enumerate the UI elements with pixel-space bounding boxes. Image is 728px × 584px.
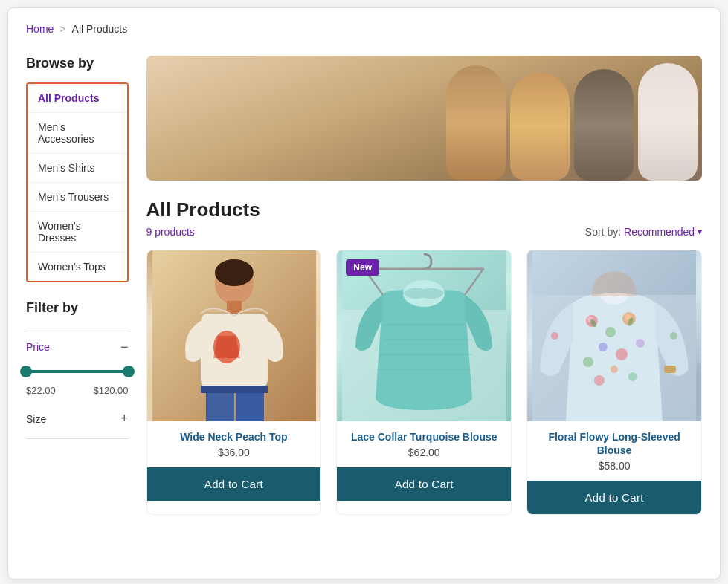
product-image-2: New <box>337 250 511 421</box>
category-item-all-products[interactable]: All Products <box>28 84 127 113</box>
hero-person-1 <box>446 65 506 181</box>
product-info-3: Floral Flowy Long-Sleeved Blouse $58.00 … <box>527 421 701 514</box>
filter-price-label: Price <box>26 341 50 353</box>
add-to-cart-button-1[interactable]: Add to Cart <box>147 467 321 501</box>
category-item-womens-dresses[interactable]: Women's Dresses <box>28 212 127 253</box>
product-image-1 <box>147 250 321 421</box>
hero-banner <box>146 56 703 181</box>
price-range-thumb-min[interactable] <box>20 366 32 377</box>
breadcrumb-separator: > <box>59 23 65 35</box>
product-image-placeholder-1 <box>147 250 321 421</box>
price-max-value: $120.00 <box>94 385 129 396</box>
category-item-womens-tops[interactable]: Women's Tops <box>28 253 127 281</box>
hero-person-4 <box>638 63 698 181</box>
breadcrumb-home-link[interactable]: Home <box>26 23 54 35</box>
product-info-2: Lace Collar Turquoise Blouse $62.00 Add … <box>337 421 511 501</box>
product-name-3: Floral Flowy Long-Sleeved Blouse <box>536 430 692 457</box>
category-item-mens-trousers[interactable]: Men's Trousers <box>28 183 127 212</box>
size-divider <box>26 438 129 439</box>
hero-figures <box>446 62 702 181</box>
price-range-track <box>26 370 129 373</box>
sort-label: Sort by: <box>585 226 621 238</box>
filter-size-label: Size <box>26 413 46 425</box>
svg-point-38 <box>551 332 558 340</box>
sidebar: Browse by All Products Men's Accessories… <box>26 56 129 557</box>
browse-by-title: Browse by <box>26 56 129 71</box>
products-count: 9 products <box>146 226 195 238</box>
breadcrumb: Home > All Products <box>26 23 702 56</box>
product-name-2: Lace Collar Turquoise Blouse <box>346 430 502 444</box>
product-image-3 <box>527 250 701 421</box>
product-price-1: $36.00 <box>156 447 312 458</box>
svg-point-30 <box>616 348 628 360</box>
filter-price-collapse-button[interactable]: − <box>120 340 129 354</box>
price-range-slider[interactable] <box>26 364 129 379</box>
svg-point-31 <box>583 357 593 367</box>
page-title: All Products <box>146 198 703 221</box>
breadcrumb-current: All Products <box>72 23 128 35</box>
svg-point-26 <box>605 327 616 337</box>
sort-dropdown[interactable]: Sort by: Recommended ▾ <box>585 226 702 238</box>
filter-by-title: Filter by <box>26 300 129 316</box>
price-range-thumb-max[interactable] <box>123 366 135 377</box>
add-to-cart-button-2[interactable]: Add to Cart <box>337 467 511 501</box>
price-min-value: $22.00 <box>26 385 56 396</box>
filter-section-divider <box>26 328 129 328</box>
svg-point-33 <box>611 366 618 373</box>
product-card-lace-collar-turquoise-blouse[interactable]: New <box>336 250 512 515</box>
product-card-floral-flowy-blouse[interactable]: Floral Flowy Long-Sleeved Blouse $58.00 … <box>526 250 702 515</box>
product-price-2: $62.00 <box>346 447 502 458</box>
hero-person-2 <box>510 73 570 181</box>
product-card-wide-neck-peach-top[interactable]: Wide Neck Peach Top $36.00 Add to Cart <box>146 250 322 515</box>
product-info-1: Wide Neck Peach Top $36.00 Add to Cart <box>147 421 321 501</box>
products-header: All Products 9 products Sort by: Recomme… <box>146 198 703 238</box>
svg-point-39 <box>670 332 677 340</box>
filter-size-expand-button[interactable]: + <box>120 411 129 426</box>
sort-chevron-icon: ▾ <box>698 227 702 237</box>
add-to-cart-button-3[interactable]: Add to Cart <box>527 481 701 514</box>
product-name-1: Wide Neck Peach Top <box>156 430 312 444</box>
svg-point-32 <box>636 339 645 348</box>
new-badge-product-2: New <box>346 259 379 276</box>
svg-point-35 <box>628 372 637 381</box>
svg-point-34 <box>594 375 605 386</box>
product-image-placeholder-3 <box>527 250 701 421</box>
hero-person-3 <box>574 69 634 181</box>
filter-size-section: Size + <box>26 411 129 426</box>
main-content: All Products 9 products Sort by: Recomme… <box>146 56 703 557</box>
sort-value: Recommended <box>624 226 695 238</box>
price-range-values: $22.00 $120.00 <box>26 385 129 396</box>
product-image-placeholder-2 <box>337 250 511 421</box>
price-range-fill <box>26 370 129 373</box>
svg-rect-40 <box>664 366 676 373</box>
category-item-mens-accessories[interactable]: Men's Accessories <box>28 113 127 154</box>
svg-rect-9 <box>200 386 267 393</box>
filter-price-section: Price − <box>26 340 129 354</box>
category-item-mens-shirts[interactable]: Men's Shirts <box>28 154 127 183</box>
product-price-3: $58.00 <box>536 460 692 472</box>
product-grid: Wide Neck Peach Top $36.00 Add to Cart N… <box>146 250 703 515</box>
svg-point-3 <box>214 259 253 286</box>
category-list: All Products Men's Accessories Men's Shi… <box>26 82 129 282</box>
svg-point-29 <box>599 343 608 351</box>
products-meta-row: 9 products Sort by: Recommended ▾ <box>146 226 703 238</box>
